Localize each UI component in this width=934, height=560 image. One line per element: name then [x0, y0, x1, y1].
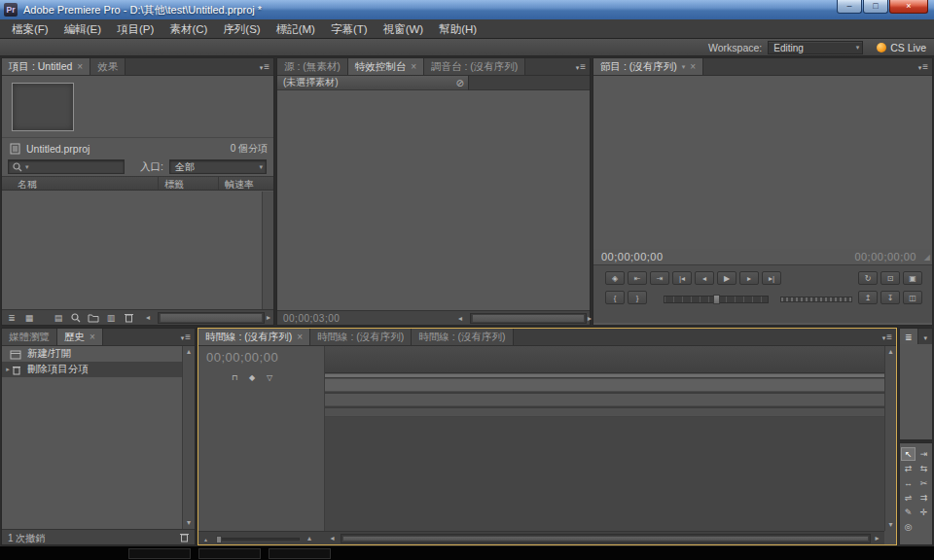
effect-controls-body[interactable] — [277, 90, 590, 310]
close-tab-icon[interactable]: × — [297, 332, 303, 342]
close-button[interactable]: × — [889, 0, 928, 14]
menu-help[interactable]: 幫助(H) — [431, 19, 485, 39]
step-forward-button[interactable]: ▸ — [739, 271, 759, 285]
tab-effect-controls[interactable]: 特效控制台 × — [348, 58, 424, 75]
tab-program-monitor[interactable]: 節目 : (沒有序列) ▾ × — [593, 58, 703, 75]
scrollbar-thumb[interactable] — [342, 536, 869, 542]
tab-audio-meters[interactable]: ≣ — [900, 329, 918, 345]
close-tab-icon[interactable]: × — [77, 61, 83, 72]
timeline-horizontal-scrollbar[interactable] — [341, 534, 871, 543]
project-item-list[interactable] — [2, 192, 273, 309]
tab-effects[interactable]: 效果 — [90, 58, 126, 75]
timeline-tracks-area[interactable] — [325, 379, 884, 531]
history-vertical-scrollbar[interactable]: ▴ ▾ — [182, 346, 195, 529]
lift-button[interactable]: ↥ — [858, 291, 878, 304]
scroll-left-icon[interactable]: ◂ — [146, 313, 150, 323]
search-options-icon[interactable]: ▾ — [25, 163, 29, 171]
timeline-timecode[interactable]: 00;00;00;00 — [206, 350, 278, 365]
menu-window[interactable]: 視窗(W) — [376, 19, 432, 39]
master-track[interactable] — [325, 408, 884, 417]
encore-marker-icon[interactable]: ◆ — [245, 371, 259, 383]
scroll-right-icon[interactable]: ▸ — [872, 534, 882, 543]
taskbar-button[interactable] — [198, 548, 261, 559]
menu-title[interactable]: 字幕(T) — [323, 19, 376, 39]
track-select-tool-button[interactable]: ⇥ — [916, 447, 931, 461]
go-to-in-button[interactable]: ⇤ — [628, 271, 647, 285]
play-button[interactable]: ▶ — [717, 271, 736, 285]
close-tab-icon[interactable]: × — [690, 61, 696, 72]
jog-strip[interactable] — [780, 297, 852, 302]
next-edit-button[interactable]: ▸| — [762, 271, 781, 285]
new-item-icon[interactable]: ▥ — [103, 311, 119, 324]
scroll-up-icon[interactable]: ▴ — [885, 347, 896, 357]
tab-history[interactable]: 歷史 × — [57, 329, 103, 345]
prev-edit-button[interactable]: |◂ — [672, 271, 692, 285]
add-marker-button[interactable]: ◈ — [605, 271, 625, 285]
trash-icon[interactable] — [121, 311, 136, 324]
safe-margins-button[interactable]: ⊡ — [880, 271, 900, 285]
set-out-button[interactable]: } — [628, 291, 647, 304]
unnumbered-marker-icon[interactable]: ▽ — [263, 371, 276, 383]
panel-menu-icon[interactable]: ▾≡ — [918, 62, 928, 73]
tab-timeline-3[interactable]: 時間線 : (沒有序列) — [412, 329, 513, 345]
panel-menu-icon[interactable]: ▾ — [923, 332, 928, 343]
search-input[interactable]: ▾ — [8, 159, 125, 174]
in-filter-dropdown[interactable]: 全部 ▾ — [169, 159, 267, 174]
scroll-left-icon[interactable]: ◂ — [327, 534, 338, 543]
project-vertical-scrollbar[interactable] — [262, 192, 273, 309]
set-in-button[interactable]: { — [605, 291, 625, 304]
menu-edit[interactable]: 編輯(E) — [56, 19, 109, 39]
shuttle-slider[interactable] — [664, 296, 769, 303]
panel-menu-icon[interactable]: ▾≡ — [882, 332, 892, 343]
panel-menu-icon[interactable]: ▾≡ — [181, 332, 191, 343]
titlebar[interactable]: Pr Adobe Premiere Pro - D:\其他\test\Untit… — [0, 0, 934, 19]
close-tab-icon[interactable]: × — [411, 61, 416, 72]
snap-icon[interactable]: ⊓ — [228, 371, 241, 383]
slip-tool-button[interactable]: ⇌ — [901, 491, 916, 505]
column-framerate[interactable]: 幀速率 — [219, 177, 273, 190]
automate-to-sequence-icon[interactable]: ▤ — [51, 311, 66, 324]
history-row-delete-item[interactable]: ▸ 刪除項目分項 — [2, 362, 182, 377]
effect-controls-scrollbar[interactable] — [470, 313, 587, 324]
scroll-left-icon[interactable]: ◂ — [458, 314, 462, 324]
cs-live-button[interactable]: CS Live — [877, 42, 926, 53]
find-icon[interactable] — [68, 311, 84, 324]
extract-button[interactable]: ↧ — [880, 291, 900, 304]
scrollbar-thumb[interactable] — [160, 313, 263, 323]
scroll-right-icon[interactable]: ▸ — [267, 313, 270, 323]
zoom-in-icon[interactable]: ▴ — [307, 534, 311, 542]
tab-timeline-1[interactable]: 時間線 : (沒有序列) × — [198, 329, 310, 345]
rate-stretch-tool-button[interactable]: ↔ — [901, 476, 916, 490]
panel-menu-icon[interactable]: ▾≡ — [260, 62, 269, 73]
history-row-new-open[interactable]: 新建/打開 — [2, 346, 182, 362]
resize-grip-icon[interactable]: ◢ — [924, 253, 930, 262]
menu-project[interactable]: 項目(P) — [109, 19, 162, 39]
video-track-1[interactable] — [325, 379, 884, 392]
close-tab-icon[interactable]: × — [90, 332, 95, 342]
work-area-bar[interactable] — [325, 373, 884, 378]
menu-marker[interactable]: 標記(M) — [269, 19, 323, 39]
loop-button[interactable]: ↻ — [858, 271, 878, 285]
tab-timeline-2[interactable]: 時間線 : (沒有序列) — [310, 329, 412, 345]
audio-track-1[interactable] — [325, 394, 884, 406]
tab-audio-mixer[interactable]: 調音台 : (沒有序列) — [424, 58, 525, 75]
taskbar-button[interactable] — [269, 548, 331, 559]
razor-tool-button[interactable]: ✂ — [916, 476, 931, 490]
tab-project[interactable]: 項目 : Untitled × — [2, 58, 90, 75]
go-to-out-button[interactable]: ⇥ — [650, 271, 669, 285]
icon-view-icon[interactable]: ▦ — [21, 311, 37, 324]
new-bin-icon[interactable] — [86, 311, 101, 324]
current-timecode[interactable]: 00;00;00;00 — [601, 251, 664, 262]
scroll-down-icon[interactable]: ▾ — [885, 520, 896, 530]
zoom-tool-button[interactable]: ◎ — [901, 520, 916, 534]
monitor-select-icon[interactable]: ▾ — [682, 63, 686, 71]
menu-clip[interactable]: 素材(C) — [162, 19, 215, 39]
tab-media-browser[interactable]: 媒體瀏覽 — [2, 329, 57, 345]
program-video-display[interactable] — [593, 76, 932, 249]
maximize-button[interactable]: □ — [863, 0, 888, 14]
ripple-edit-tool-button[interactable]: ⇄ — [901, 462, 916, 475]
zoom-slider[interactable] — [216, 538, 300, 541]
timeline-vertical-scrollbar[interactable]: ▴ ▾ — [884, 346, 896, 531]
slide-tool-button[interactable]: ⇉ — [916, 491, 931, 505]
project-file-row[interactable]: Untitled.prproj 0 個分項 — [2, 140, 273, 157]
